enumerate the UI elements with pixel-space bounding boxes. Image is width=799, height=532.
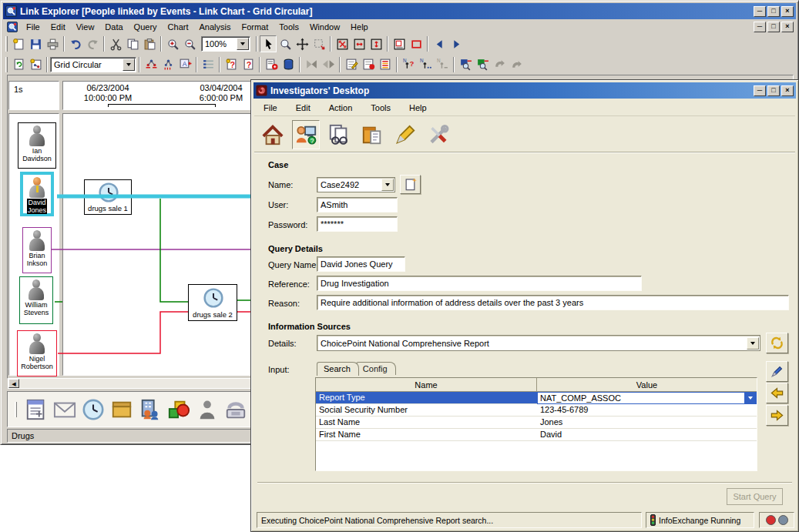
palette-grip[interactable] — [15, 402, 17, 417]
table-row-first-name[interactable]: First Name David — [316, 429, 757, 441]
package-icon[interactable] — [110, 398, 133, 421]
home-button[interactable] — [259, 120, 287, 149]
transfer-right-button[interactable] — [766, 405, 788, 426]
toolbar-grip[interactable] — [5, 57, 8, 72]
note-red-button[interactable] — [360, 56, 377, 73]
split-entities-button[interactable] — [320, 56, 337, 73]
tab-search[interactable]: Search — [317, 362, 359, 376]
redo-button[interactable] — [84, 35, 101, 52]
layout-combo-arrow[interactable] — [123, 59, 135, 71]
case-documents-button[interactable] — [358, 120, 386, 149]
new-query-button[interactable]: ? — [223, 56, 240, 73]
zoom-out-button[interactable] — [181, 35, 198, 52]
user-input[interactable] — [317, 197, 398, 212]
telephone-icon[interactable] — [224, 398, 247, 421]
query-name-input[interactable] — [317, 256, 405, 272]
report-type-combo-arrow[interactable] — [744, 393, 756, 403]
minimize-button[interactable]: ─ — [754, 6, 766, 17]
menu-window[interactable]: Window — [304, 21, 345, 33]
pan-tool-button[interactable] — [294, 35, 311, 52]
paste-button[interactable] — [141, 35, 158, 52]
fit-all-button[interactable] — [334, 35, 351, 52]
history-forward-button[interactable] — [448, 35, 465, 52]
close-button[interactable]: × — [781, 6, 794, 17]
add-to-db-button[interactable] — [263, 56, 280, 73]
fit-horizontal-button[interactable] — [351, 35, 368, 52]
report-type-combo[interactable]: NAT_COMP_ASSOC — [537, 392, 757, 404]
entity-william-stevens[interactable]: WilliamStevens — [19, 276, 53, 324]
start-query-button[interactable]: Start Query — [727, 488, 783, 505]
menu-data[interactable]: Data — [99, 21, 128, 33]
refresh-layout-button[interactable] — [10, 56, 27, 73]
undo-button[interactable] — [67, 35, 84, 52]
database-button[interactable] — [280, 56, 297, 73]
close-button[interactable]: × — [781, 85, 794, 96]
align-list-button[interactable] — [200, 56, 217, 73]
entity-nigel-robertson[interactable]: NigelRobertson — [17, 330, 57, 376]
note-stack-button[interactable] — [377, 56, 394, 73]
maximize-button[interactable]: □ — [767, 6, 780, 17]
menu-action[interactable]: Action — [320, 101, 362, 115]
tab-config[interactable]: Config — [356, 362, 396, 375]
zoom-in-button[interactable] — [164, 35, 181, 52]
clock-icon[interactable] — [82, 398, 105, 421]
frame-view-button[interactable] — [408, 35, 425, 52]
find-path-button[interactable] — [474, 56, 491, 73]
zoom-combo-arrow[interactable] — [237, 38, 249, 50]
menu-chart[interactable]: Chart — [163, 21, 194, 33]
person-icon[interactable] — [196, 398, 219, 421]
layout-picture-button[interactable] — [27, 56, 44, 73]
case-name-combo[interactable]: Case2492 — [317, 177, 395, 192]
menu-format[interactable]: Format — [236, 21, 274, 33]
select-rect-tool-button[interactable] — [311, 35, 327, 52]
zoom-level-combo[interactable]: 100% — [201, 36, 250, 52]
menu-edit[interactable]: Edit — [287, 101, 320, 115]
number-gray-button[interactable]: N — [434, 56, 451, 73]
new-chart-button[interactable] — [10, 35, 27, 52]
pointer-tool-button[interactable] — [260, 35, 277, 52]
menu-file[interactable]: File — [254, 101, 287, 115]
number-question-button[interactable]: N? — [400, 56, 417, 73]
zoom-area-tool-button[interactable] — [277, 35, 294, 52]
entity-david-jones-selected[interactable]: DavidJones — [20, 172, 54, 216]
layout-combo[interactable]: Grid Circular — [50, 57, 136, 72]
envelope-icon[interactable] — [53, 398, 76, 421]
edit-note-button[interactable] — [343, 56, 360, 73]
organization-icon[interactable] — [139, 398, 162, 421]
entity-brian-inkson[interactable]: BrianInkson — [22, 227, 52, 273]
menu-edit[interactable]: Edit — [45, 21, 71, 33]
reports-button[interactable] — [325, 120, 353, 149]
find-linked-button[interactable] — [457, 56, 474, 73]
cut-button[interactable] — [107, 35, 124, 52]
reference-input[interactable] — [317, 276, 642, 291]
query-button[interactable]: ? — [240, 56, 257, 73]
menu-help[interactable]: Help — [345, 21, 374, 33]
menu-analysis[interactable]: Analysis — [193, 21, 236, 33]
menu-view[interactable]: View — [71, 21, 100, 33]
menu-help[interactable]: Help — [400, 101, 436, 115]
event-drugs-sale-2[interactable]: drugs sale 2 — [188, 284, 237, 321]
maximize-button[interactable]: □ — [767, 85, 780, 96]
browse-next-button[interactable] — [508, 56, 525, 73]
transfer-left-button[interactable] — [766, 383, 788, 403]
menu-file[interactable]: File — [21, 21, 45, 33]
table-row-ssn[interactable]: Social Security Number 123-45-6789 — [316, 404, 757, 417]
history-back-button[interactable] — [431, 35, 448, 52]
case-name-combo-arrow[interactable] — [381, 179, 394, 191]
event-drugs-sale-1[interactable]: drugs sale 1 — [84, 179, 132, 215]
mdi-minimize-button[interactable]: ─ — [754, 22, 766, 32]
reason-input[interactable] — [317, 295, 789, 310]
details-combo-arrow[interactable] — [747, 337, 759, 350]
print-button[interactable] — [44, 35, 61, 52]
scroll-left-button[interactable]: ◀ — [8, 379, 19, 388]
minimize-button[interactable]: ─ — [754, 85, 766, 96]
tools-button[interactable] — [425, 120, 452, 149]
column-header-value[interactable]: Value — [537, 378, 757, 391]
thumbnail-view-button[interactable] — [391, 35, 408, 52]
entity-ian-davidson[interactable]: IanDavidson — [18, 122, 56, 169]
menu-query[interactable]: Query — [129, 21, 163, 33]
menu-tools[interactable]: Tools — [274, 21, 304, 33]
browse-prev-button[interactable] — [491, 56, 508, 73]
theme-shapes-icon[interactable] — [167, 398, 190, 421]
details-combo[interactable]: ChoicePoint National Comprehensive Repor… — [317, 335, 760, 351]
